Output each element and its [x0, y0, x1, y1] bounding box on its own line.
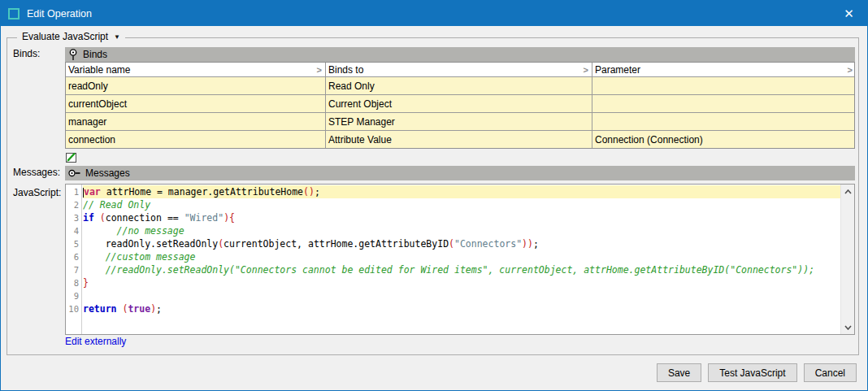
- close-icon[interactable]: ✕: [831, 1, 867, 26]
- code-token: ;: [315, 186, 320, 198]
- window-title: Edit Operation: [27, 8, 92, 20]
- code-line[interactable]: //custom message: [83, 250, 840, 263]
- code-line[interactable]: //readOnly.setReadOnly("Connectors canno…: [83, 263, 840, 276]
- code-token: attrHome = manager.getAttributeHome: [101, 186, 303, 198]
- javascript-editor[interactable]: 12345678910 var attrHome = manager.getAt…: [65, 184, 855, 335]
- binds-table-header: Variable name > Binds to > Parameter >: [66, 63, 854, 76]
- column-header-label: Parameter: [595, 64, 640, 76]
- line-number: 9: [66, 289, 81, 302]
- cell-parameter[interactable]: [592, 113, 856, 130]
- code-token: readOnly.setReadOnly: [83, 238, 218, 250]
- edit-operation-dialog: Edit Operation ✕ Evaluate JavaScript ▼ B…: [0, 0, 868, 391]
- code-line[interactable]: return (true);: [83, 302, 840, 315]
- code-token: //custom message: [83, 251, 195, 263]
- line-number: 3: [66, 211, 81, 224]
- code-token: (: [449, 238, 454, 250]
- cell-binds-to[interactable]: Attribute Value: [326, 131, 592, 148]
- edit-binds-button[interactable]: [65, 150, 81, 164]
- editor-gutter: 12345678910: [66, 185, 82, 334]
- chevron-right-icon[interactable]: >: [848, 65, 853, 75]
- code-line[interactable]: }: [83, 276, 840, 289]
- code-line[interactable]: var attrHome = manager.getAttributeHome(…: [83, 185, 840, 198]
- line-number: 5: [66, 237, 81, 250]
- cell-variable-name[interactable]: readOnly: [66, 77, 326, 94]
- messages-label: Messages:: [13, 167, 60, 178]
- column-header-label: Variable name: [68, 64, 131, 76]
- cell-binds-to[interactable]: Read Only: [326, 77, 592, 94]
- code-token: currentObject, attrHome.getAttributeByID: [224, 238, 449, 250]
- table-row[interactable]: readOnly Read Only: [66, 76, 854, 94]
- line-number: 7: [66, 263, 81, 276]
- code-token: }: [83, 277, 89, 289]
- column-header-parameter[interactable]: Parameter >: [592, 63, 856, 76]
- cancel-button[interactable]: Cancel: [804, 363, 857, 382]
- cell-binds-to[interactable]: Current Object: [326, 95, 592, 112]
- operation-groupbox: Evaluate JavaScript ▼ Binds: Messages: J…: [7, 37, 859, 355]
- line-number: 6: [66, 250, 81, 263]
- code-token: return: [83, 303, 117, 315]
- chevron-right-icon[interactable]: >: [317, 65, 322, 75]
- table-row[interactable]: currentObject Current Object: [66, 94, 854, 112]
- code-token: //readOnly.setReadOnly("Connectors canno…: [83, 264, 814, 276]
- cell-variable-name[interactable]: currentObject: [66, 95, 326, 112]
- editor-vertical-scrollbar[interactable]: [840, 185, 854, 334]
- code-token: ;: [156, 303, 162, 315]
- line-number: 8: [66, 276, 81, 289]
- column-header-variable-name[interactable]: Variable name >: [66, 63, 326, 76]
- edit-externally-link[interactable]: Edit externally: [65, 336, 126, 347]
- column-header-binds-to[interactable]: Binds to >: [326, 63, 592, 76]
- key-icon: [67, 167, 81, 179]
- scroll-down-icon[interactable]: [841, 321, 854, 333]
- messages-section-header: Messages: [65, 166, 855, 180]
- scroll-up-icon[interactable]: [841, 185, 854, 198]
- cell-variable-name[interactable]: manager: [66, 113, 326, 130]
- operation-type-label: Evaluate JavaScript: [22, 31, 108, 42]
- table-row[interactable]: connection Attribute Value Connection (C…: [66, 130, 854, 148]
- cell-parameter[interactable]: Connection (Connection): [592, 131, 856, 148]
- code-token: [94, 212, 100, 224]
- chevron-down-icon: ▼: [114, 33, 120, 41]
- code-token: )): [522, 238, 533, 250]
- app-icon: [8, 8, 20, 20]
- code-line[interactable]: // Read Only: [83, 198, 840, 211]
- code-token: var: [84, 186, 101, 198]
- test-javascript-button[interactable]: Test JavaScript: [708, 363, 796, 382]
- operation-type-dropdown[interactable]: Evaluate JavaScript ▼: [17, 31, 125, 42]
- binds-section-title: Binds: [83, 49, 107, 60]
- cell-binds-to[interactable]: STEP Manager: [326, 113, 592, 130]
- binds-table: Variable name > Binds to > Parameter > r…: [65, 62, 855, 149]
- code-token: (: [100, 212, 106, 224]
- code-token: ;: [533, 238, 539, 250]
- line-number: 1: [66, 185, 81, 198]
- column-header-label: Binds to: [328, 64, 363, 76]
- line-number: 2: [66, 198, 81, 211]
- code-token: "Connectors": [454, 238, 522, 250]
- table-row[interactable]: manager STEP Manager: [66, 112, 854, 130]
- code-token: connection ==: [106, 212, 184, 224]
- code-line[interactable]: [83, 289, 840, 302]
- cell-parameter[interactable]: [592, 77, 856, 94]
- line-number: 4: [66, 224, 81, 237]
- dialog-buttons: Save Test JavaScript Cancel: [657, 363, 857, 382]
- code-token: //no message: [83, 225, 184, 237]
- save-button[interactable]: Save: [657, 363, 701, 382]
- messages-section-title: Messages: [85, 167, 130, 179]
- pin-icon: [67, 48, 79, 61]
- code-token: // Read Only: [83, 199, 150, 211]
- code-line[interactable]: //no message: [83, 224, 840, 237]
- chevron-right-icon[interactable]: >: [584, 65, 588, 75]
- cell-parameter[interactable]: [592, 95, 856, 112]
- code-token: "Wired": [184, 212, 224, 224]
- code-line[interactable]: if (connection == "Wired"){: [83, 211, 840, 224]
- titlebar: Edit Operation ✕: [1, 1, 867, 26]
- line-number: 10: [66, 302, 81, 315]
- editor-code[interactable]: var attrHome = manager.getAttributeHome(…: [83, 185, 840, 334]
- binds-label: Binds:: [13, 48, 40, 59]
- code-line[interactable]: readOnly.setReadOnly(currentObject, attr…: [83, 237, 840, 250]
- code-token: ){: [224, 212, 235, 224]
- code-token: if: [83, 212, 94, 224]
- code-token: true: [128, 303, 150, 315]
- code-token: (): [303, 186, 315, 198]
- javascript-label: JavaScript:: [13, 187, 61, 198]
- cell-variable-name[interactable]: connection: [66, 131, 326, 148]
